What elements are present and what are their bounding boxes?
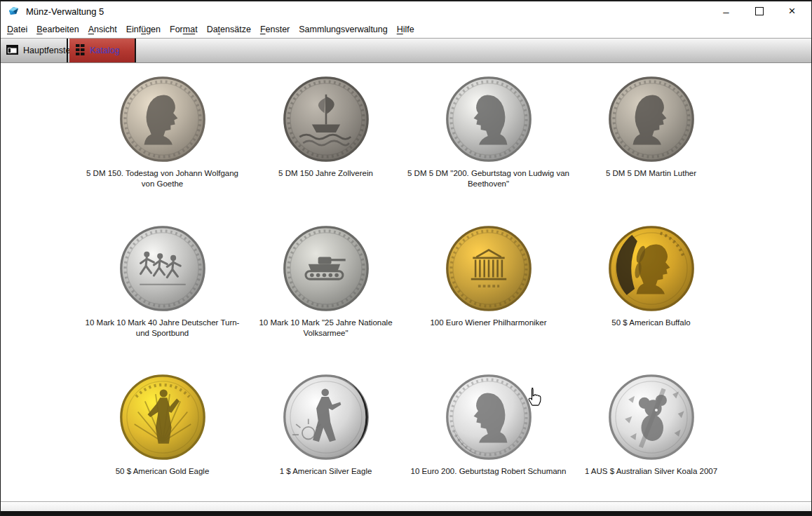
tab-katalog[interactable]: Katalog (69, 39, 136, 62)
coin-caption: 1 AUS $ Australian Silver Koala 2007 (570, 466, 733, 477)
coin-caption: 1 $ American Silver Eagle (245, 466, 407, 477)
coin-card[interactable]: 10 Euro 200. Geburtstag Robert Schumann (407, 373, 570, 477)
coin-image (607, 373, 696, 461)
tab-hauptfenster[interactable]: Hauptfenster (1, 39, 68, 62)
menu-item-datei[interactable]: Datei (7, 25, 27, 34)
coin-caption: 10 Mark 10 Mark 40 Jahre Deutscher Turn-… (81, 318, 244, 339)
coin-card[interactable]: 1 AUS $ Australian Silver Koala 2007 (569, 373, 733, 477)
coin-image (119, 75, 207, 163)
coin-image (119, 224, 207, 313)
coin-card[interactable]: 5 DM 150. Todestag von Johann Wolfgang v… (81, 75, 244, 189)
coin-card[interactable]: 5 DM 5 DM Martin Luther (569, 75, 733, 179)
coin-caption: 5 DM 150. Todestag von Johann Wolfgang v… (81, 168, 244, 189)
coin-image (119, 373, 207, 461)
coin-image (445, 75, 533, 163)
catalog-grid-icon (76, 44, 85, 57)
coin-caption: 5 DM 5 DM Martin Luther (570, 168, 733, 179)
catalog-content: 5 DM 150. Todestag von Johann Wolfgang v… (1, 63, 811, 499)
coin-caption: 50 $ American Gold Eagle (81, 466, 244, 477)
coin-image (282, 373, 370, 461)
menubar: DateiBearbeitenAnsichtEinfügenFormatDate… (1, 21, 811, 38)
coin-image (445, 373, 533, 461)
menu-item-hilfe[interactable]: Hilfe (397, 25, 414, 34)
coin-image (282, 75, 370, 163)
toolbar: Hauptfenster Katalog |< Vorherige Seite … (1, 38, 811, 63)
coin-card[interactable]: 1 $ American Silver Eagle (244, 373, 407, 477)
window-title: Münz-Verwaltung 5 (26, 6, 104, 17)
coin-card[interactable]: 10 Mark 10 Mark 40 Jahre Deutscher Turn-… (81, 224, 244, 339)
menu-item-einfgen[interactable]: Einfügen (126, 25, 161, 34)
app-icon (8, 6, 20, 18)
coin-card[interactable]: 5 DM 5 DM "200. Geburtstag von Ludwig va… (407, 75, 570, 189)
menu-item-format[interactable]: Format (170, 25, 198, 34)
coin-image (282, 224, 370, 313)
coin-card[interactable]: 10 Mark 10 Mark "25 Jahre Nationale Volk… (244, 224, 407, 339)
menu-item-ansicht[interactable]: Ansicht (88, 25, 117, 34)
coin-caption: 50 $ American Buffalo (570, 318, 733, 328)
close-button[interactable]: × (776, 1, 808, 21)
menu-item-fenster[interactable]: Fenster (260, 25, 290, 34)
coin-card[interactable]: 100 Euro Wiener Philharmoniker (407, 224, 570, 328)
main-window-icon (6, 45, 18, 57)
coin-caption: 10 Euro 200. Geburtstag Robert Schumann (407, 466, 570, 477)
coin-card[interactable]: 5 DM 150 Jahre Zollverein (244, 75, 407, 179)
coin-caption: 5 DM 5 DM "200. Geburtstag von Ludwig va… (407, 168, 570, 189)
coin-image (607, 224, 696, 313)
titlebar: Münz-Verwaltung 5 – × (1, 1, 811, 21)
menu-item-sammlungsverwaltung[interactable]: Sammlungsverwaltung (299, 25, 387, 34)
coin-caption: 5 DM 150 Jahre Zollverein (245, 168, 407, 179)
tab-label: Katalog (90, 46, 119, 55)
menu-item-datenstze[interactable]: Datensätze (207, 25, 251, 34)
coin-image (445, 224, 533, 313)
app-window: Münz-Verwaltung 5 – × DateiBearbeitenAns… (0, 0, 812, 516)
bottom-bar (1, 511, 811, 515)
window-controls: – × (710, 1, 808, 21)
minimize-button[interactable]: – (710, 1, 743, 21)
menu-item-bearbeiten[interactable]: Bearbeiten (36, 25, 79, 34)
coin-caption: 10 Mark 10 Mark "25 Jahre Nationale Volk… (245, 318, 407, 339)
coin-card[interactable]: 50 $ American Gold Eagle (81, 373, 244, 477)
coin-image (607, 75, 696, 163)
maximize-icon (755, 7, 764, 15)
tab-label: Hauptfenster (23, 46, 74, 55)
coin-card[interactable]: 50 $ American Buffalo (569, 224, 733, 328)
coin-caption: 100 Euro Wiener Philharmoniker (407, 318, 570, 328)
maximize-button[interactable] (743, 1, 776, 21)
